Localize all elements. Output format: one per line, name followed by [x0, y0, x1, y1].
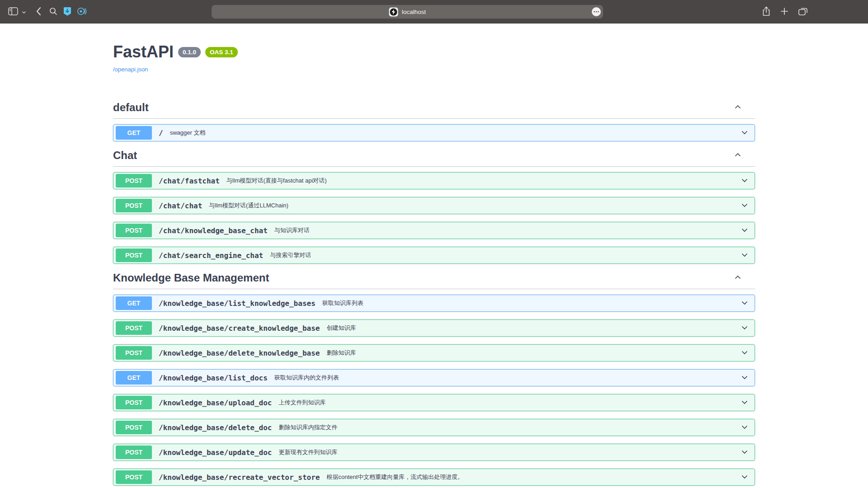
new-tab-icon — [780, 7, 789, 17]
endpoint-description: 获取知识库列表 — [322, 299, 363, 307]
chevron-down-icon — [740, 398, 749, 408]
endpoint-description: swagger 文档 — [170, 129, 206, 137]
section-collapse-button[interactable] — [733, 273, 742, 283]
endpoint-path: /knowledge_base/create_knowledge_base — [159, 324, 320, 333]
browser-toolbar: localhost — [0, 0, 868, 23]
endpoint-expand-button[interactable] — [740, 348, 749, 358]
endpoint-description: 与知识库对话 — [274, 226, 310, 235]
section-header[interactable]: Knowledge Base Management — [113, 272, 755, 289]
endpoint-path: /knowledge_base/upload_doc — [159, 399, 272, 407]
method-badge: POST — [116, 249, 152, 262]
section-endpoints: GET /knowledge_base/list_knowledge_bases… — [113, 295, 755, 486]
endpoint-description: 获取知识库内的文件列表 — [274, 374, 339, 382]
method-badge: POST — [116, 224, 152, 237]
endpoint-path: /chat/knowledge_base_chat — [159, 226, 268, 235]
method-badge: POST — [116, 470, 152, 484]
method-badge: GET — [116, 296, 152, 310]
section-title: default — [113, 101, 149, 114]
endpoint-expand-button[interactable] — [740, 298, 749, 309]
endpoint-expand-button[interactable] — [740, 201, 749, 211]
endpoint-path: /knowledge_base/delete_knowledge_base — [159, 349, 320, 357]
endpoint-expand-button[interactable] — [740, 176, 749, 186]
endpoint-description: 上传文件到知识库 — [278, 399, 326, 407]
section-collapse-button[interactable] — [733, 150, 742, 161]
endpoint-row[interactable]: POST /chat/chat 与llm模型对话(通过LLMChain) — [113, 197, 755, 214]
endpoint-row[interactable]: GET /knowledge_base/list_docs 获取知识库内的文件列… — [113, 369, 755, 386]
api-info: FastAPI 0.1.0 OAS 3.1 /openapi.json — [113, 23, 755, 73]
address-bar[interactable]: localhost — [212, 5, 603, 19]
endpoint-row[interactable]: POST /knowledge_base/create_knowledge_ba… — [113, 319, 755, 337]
search-icon — [49, 7, 58, 17]
chevron-up-icon — [733, 273, 742, 283]
endpoint-path: /knowledge_base/recreate_vector_store — [159, 473, 320, 482]
method-badge: POST — [116, 446, 152, 459]
tabs-icon — [798, 7, 808, 17]
extension-bookmark-button[interactable] — [61, 4, 74, 20]
chevron-up-icon — [733, 103, 742, 113]
endpoint-row[interactable]: POST /chat/search_engine_chat 与搜索引擎对话 — [113, 247, 755, 264]
sidebar-toggle-button[interactable] — [6, 4, 20, 20]
chevron-down-icon — [740, 348, 749, 358]
endpoint-row[interactable]: POST /knowledge_base/update_doc 更新现有文件到知… — [113, 444, 755, 461]
openapi-spec-link[interactable]: /openapi.json — [113, 66, 148, 73]
section-header[interactable]: default — [113, 101, 755, 119]
api-title-text: FastAPI — [113, 42, 174, 61]
endpoint-row[interactable]: POST /knowledge_base/delete_knowledge_ba… — [113, 344, 755, 361]
api-section: Knowledge Base Management GET /knowledge… — [113, 272, 755, 486]
endpoint-row[interactable]: POST /knowledge_base/delete_doc 删除知识库内指定… — [113, 419, 755, 436]
endpoint-expand-button[interactable] — [740, 323, 749, 333]
chevron-down-icon — [740, 298, 749, 309]
endpoint-row[interactable]: POST /chat/knowledge_base_chat 与知识库对话 — [113, 222, 755, 239]
endpoint-expand-button[interactable] — [740, 225, 749, 236]
endpoint-expand-button[interactable] — [740, 447, 749, 458]
api-sections: default GET / swagger 文档 Cha — [113, 101, 755, 486]
endpoint-path: /knowledge_base/update_doc — [159, 448, 272, 457]
endpoint-expand-button[interactable] — [740, 250, 749, 261]
ellipsis-icon — [591, 7, 601, 18]
endpoint-expand-button[interactable] — [740, 398, 749, 408]
section-endpoints: POST /chat/fastchat 与llm模型对话(直接与fastchat… — [113, 172, 755, 264]
oas-badge: OAS 3.1 — [205, 47, 238, 57]
endpoint-row[interactable]: POST /knowledge_base/upload_doc 上传文件到知识库 — [113, 394, 755, 411]
swagger-page: FastAPI 0.1.0 OAS 3.1 /openapi.json defa… — [0, 23, 868, 488]
endpoint-description: 删除知识库内指定文件 — [278, 423, 337, 432]
endpoint-path: /knowledge_base/delete_doc — [159, 423, 272, 432]
endpoint-row[interactable]: POST /knowledge_base/recreate_vector_sto… — [113, 469, 755, 486]
endpoint-path: / — [159, 129, 163, 137]
page-title: FastAPI 0.1.0 OAS 3.1 — [113, 42, 755, 61]
endpoint-expand-button[interactable] — [740, 373, 749, 383]
endpoint-row[interactable]: GET /knowledge_base/list_knowledge_bases… — [113, 295, 755, 312]
endpoint-path: /chat/search_engine_chat — [159, 251, 263, 260]
endpoint-path: /knowledge_base/list_docs — [159, 374, 268, 382]
method-badge: POST — [116, 396, 152, 409]
share-button[interactable] — [760, 4, 773, 20]
endpoint-expand-button[interactable] — [740, 472, 749, 483]
method-badge: POST — [116, 321, 152, 335]
search-button[interactable] — [46, 4, 61, 20]
method-badge: POST — [116, 421, 152, 434]
method-badge: POST — [116, 174, 152, 188]
section-collapse-button[interactable] — [733, 103, 742, 113]
api-section: Chat POST /chat/fastchat 与llm模型对话(直接与fas… — [113, 149, 755, 264]
extension-rings-button[interactable] — [74, 4, 90, 20]
tabs-overview-button[interactable] — [796, 4, 810, 20]
extension-bookmark-icon — [63, 7, 71, 17]
chevron-down-icon — [740, 201, 749, 211]
section-title: Knowledge Base Management — [113, 272, 269, 284]
endpoint-row[interactable]: POST /chat/fastchat 与llm模型对话(直接与fastchat… — [113, 172, 755, 189]
sidebar-menu-button[interactable] — [20, 4, 28, 20]
page-settings-button[interactable] — [591, 7, 601, 18]
new-tab-button[interactable] — [778, 4, 791, 20]
endpoint-description: 与llm模型对话(直接与fastchat api对话) — [226, 177, 327, 185]
section-header[interactable]: Chat — [113, 149, 755, 167]
endpoint-expand-button[interactable] — [740, 422, 749, 433]
share-icon — [762, 6, 771, 18]
back-button[interactable] — [31, 4, 46, 20]
section-title: Chat — [113, 149, 137, 162]
chevron-down-icon — [740, 373, 749, 383]
chevron-down-icon — [740, 176, 749, 186]
endpoint-description: 与llm模型对话(通过LLMChain) — [209, 202, 288, 210]
endpoint-row[interactable]: GET / swagger 文档 — [113, 124, 755, 141]
endpoint-expand-button[interactable] — [740, 128, 749, 138]
address-url: localhost — [402, 9, 426, 15]
